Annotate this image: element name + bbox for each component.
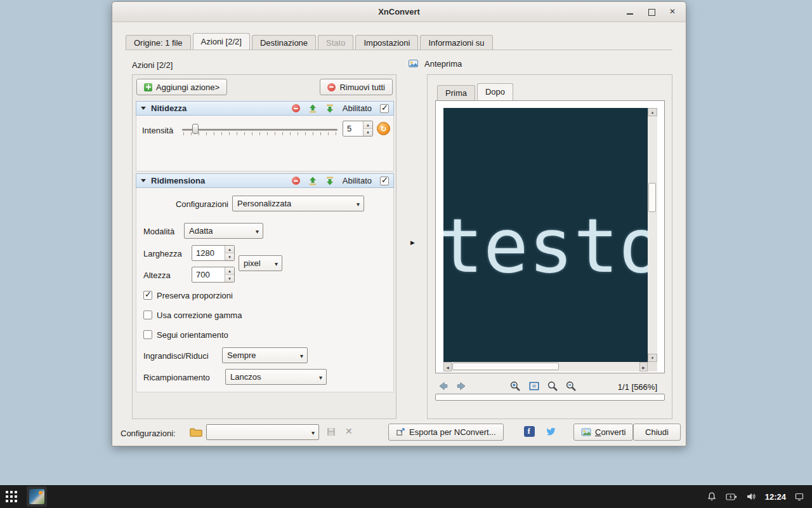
zoom-out-icon[interactable]	[565, 380, 577, 392]
footer-config-combobox[interactable]	[206, 424, 319, 440]
add-action-button[interactable]: Aggiungi azione>	[136, 79, 227, 95]
config-combobox[interactable]: Personalizzata	[232, 196, 364, 211]
resample-combobox[interactable]: Lanczos	[225, 369, 327, 385]
scale-combobox[interactable]: Sempre	[222, 347, 308, 363]
ridimensiona-header[interactable]: Ridimensiona Abilitato	[136, 173, 394, 188]
horizontal-scrollbar[interactable]	[443, 362, 648, 371]
forward-icon[interactable]	[456, 380, 468, 392]
volume-icon[interactable]	[746, 491, 756, 502]
collapse-icon[interactable]	[141, 179, 146, 182]
horizontal-scroll-thumb[interactable]	[452, 363, 559, 370]
unit-combobox[interactable]: pixel	[239, 255, 282, 271]
spin-up-icon[interactable]	[225, 267, 234, 275]
tab-impostazioni[interactable]: Impostazioni	[355, 35, 418, 50]
vertical-scrollbar[interactable]	[648, 108, 657, 362]
move-up-icon[interactable]	[308, 104, 317, 113]
mode-combobox[interactable]: Adatta	[184, 223, 263, 239]
scroll-left-icon[interactable]	[443, 362, 452, 371]
twitter-icon[interactable]	[546, 426, 556, 437]
convert-button[interactable]: Converti	[573, 424, 633, 441]
actions-panel: Aggiungi azione> Rimuovi tutti Nitidezza…	[132, 74, 396, 419]
zoom-in-icon[interactable]	[509, 380, 521, 392]
spin-down-icon[interactable]	[363, 129, 372, 136]
preview-titlerow: Anteprima	[408, 58, 462, 69]
export-nconvert-button[interactable]: Esporta per NConvert...	[388, 424, 504, 441]
remove-all-button[interactable]: Rimuovi tutti	[320, 79, 393, 95]
height-spinbox[interactable]: 700	[192, 267, 235, 283]
intensity-spinbox[interactable]: 5	[343, 121, 373, 137]
notification-bell-icon[interactable]	[707, 491, 717, 502]
save-icon[interactable]	[326, 427, 336, 437]
slider-ticks	[183, 132, 336, 135]
clock[interactable]: 12:24	[765, 492, 786, 502]
ridimensiona-enabled-checkbox[interactable]	[380, 177, 389, 185]
spin-up-icon[interactable]	[363, 121, 372, 129]
titlebar[interactable]: XnConvert	[112, 2, 686, 22]
desktop: XnConvert Origine: 1 file Azioni [2/2] D…	[0, 0, 812, 508]
gamma-checkbox[interactable]	[143, 311, 152, 319]
battery-icon[interactable]	[726, 493, 737, 501]
tab-azioni[interactable]: Azioni [2/2]	[193, 33, 250, 50]
spin-buttons	[225, 246, 234, 260]
remove-action-icon[interactable]	[292, 104, 300, 112]
tab-destinazione[interactable]: Destinazione	[252, 35, 316, 50]
intensity-value[interactable]: 5	[343, 121, 363, 136]
delete-config-icon[interactable]	[345, 426, 355, 436]
move-down-icon[interactable]	[325, 177, 334, 185]
vertical-scroll-thumb[interactable]	[648, 183, 656, 212]
window-controls	[626, 2, 677, 22]
spin-down-icon[interactable]	[225, 253, 234, 260]
height-label: Altezza	[143, 271, 171, 280]
taskbar-xnconvert-button[interactable]	[27, 486, 47, 507]
taskbar: 12:24	[0, 485, 812, 508]
action-group-nitidezza: Nitidezza Abilitato Intensità	[136, 101, 394, 171]
fit-window-icon[interactable]	[528, 380, 540, 392]
tab-informazioni[interactable]: Informazioni su	[420, 35, 492, 50]
export-label: Esporta per NConvert...	[409, 427, 496, 437]
nitidezza-header[interactable]: Nitidezza Abilitato	[136, 101, 394, 116]
tab-origine[interactable]: Origine: 1 file	[126, 35, 191, 50]
move-down-icon[interactable]	[325, 104, 334, 113]
scroll-right-icon[interactable]	[639, 362, 648, 371]
preview-image[interactable]: testo	[443, 108, 648, 362]
session-tray-icon[interactable]	[795, 492, 804, 502]
maximize-icon[interactable]	[648, 8, 655, 16]
nitidezza-header-controls: Abilitato	[292, 104, 389, 113]
back-icon[interactable]	[437, 380, 449, 392]
spin-down-icon[interactable]	[225, 275, 234, 282]
orientation-checkbox[interactable]	[143, 330, 152, 339]
tabbar-divider	[126, 50, 672, 50]
nitidezza-enabled-checkbox[interactable]	[380, 104, 389, 113]
intensity-slider[interactable]	[182, 124, 337, 135]
folder-icon[interactable]	[189, 425, 203, 438]
minimize-icon[interactable]	[626, 8, 634, 16]
width-spinbox[interactable]: 1280	[192, 245, 235, 261]
remove-action-icon[interactable]	[292, 177, 300, 185]
export-icon	[396, 427, 405, 437]
height-value[interactable]: 700	[192, 267, 225, 282]
width-value[interactable]: 1280	[192, 246, 225, 260]
ridimensiona-enabled-label: Abilitato	[343, 176, 372, 185]
scroll-up-icon[interactable]	[648, 108, 657, 116]
zoom-custom-icon[interactable]	[547, 380, 558, 392]
splitter-expand-icon[interactable]: ▶	[410, 237, 418, 248]
move-up-icon[interactable]	[308, 177, 317, 185]
spin-up-icon[interactable]	[225, 246, 234, 253]
slider-handle[interactable]	[192, 124, 199, 134]
spin-buttons	[363, 121, 372, 136]
keep-ratio-checkbox[interactable]	[143, 291, 152, 300]
applications-menu-button[interactable]	[0, 485, 23, 508]
tab-dopo[interactable]: Dopo	[477, 83, 513, 100]
preview-frame: testo	[435, 100, 665, 373]
config-label: Configurazioni	[140, 199, 228, 209]
scroll-down-icon[interactable]	[648, 354, 657, 362]
close-button[interactable]: Chiudi	[633, 424, 681, 441]
close-icon[interactable]	[669, 8, 677, 16]
xnconvert-icon	[29, 489, 44, 504]
facebook-icon[interactable]	[524, 426, 535, 437]
remove-all-label: Rimuovi tutti	[339, 83, 385, 92]
tab-prima[interactable]: Prima	[437, 85, 475, 100]
slider-track[interactable]	[182, 129, 337, 131]
collapse-icon[interactable]	[141, 107, 146, 110]
reset-icon[interactable]	[377, 122, 390, 135]
